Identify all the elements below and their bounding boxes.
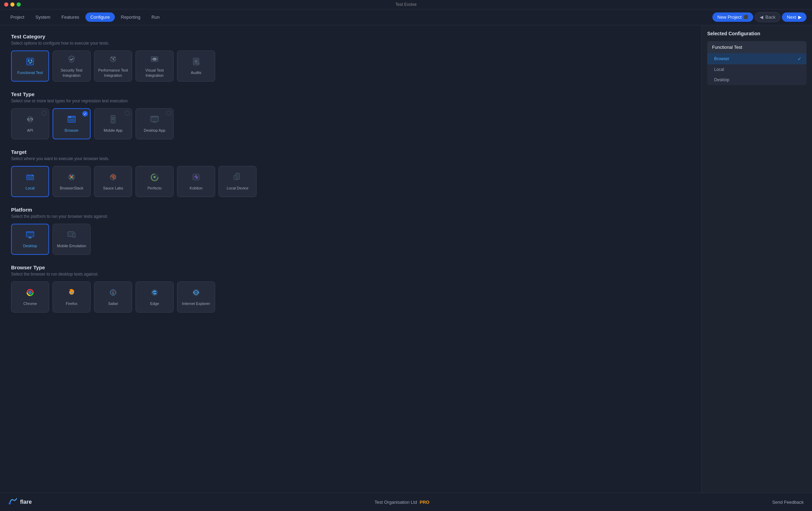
kobiton-label: Kobiton xyxy=(188,186,204,191)
minimize-dot[interactable] xyxy=(10,2,15,7)
functional-label: Functional Test xyxy=(16,70,44,75)
card-mobile-app[interactable]: Mobile App xyxy=(94,108,132,139)
card-browser[interactable]: ✓ Browser xyxy=(53,108,91,139)
safari-icon xyxy=(108,288,118,298)
svg-rect-38 xyxy=(234,175,237,180)
close-dot[interactable] xyxy=(4,2,8,7)
platform-section: Platform Select the platform to run your… xyxy=(11,207,690,255)
ie-icon xyxy=(191,288,201,298)
test-type-title: Test Type xyxy=(11,91,690,97)
config-desktop-label: Desktop xyxy=(714,77,729,82)
svg-point-2 xyxy=(31,59,32,61)
audits-label: Audits xyxy=(190,70,203,75)
card-desktop-app[interactable]: Desktop App xyxy=(136,108,174,139)
card-safari[interactable]: Safari xyxy=(94,281,132,313)
next-button[interactable]: Next ▶ xyxy=(782,12,806,22)
edge-label: Edge xyxy=(149,301,160,306)
card-firefox[interactable]: Firefox xyxy=(53,281,91,313)
svg-rect-20 xyxy=(151,116,158,118)
back-label: Back xyxy=(765,15,775,20)
browser-check: ✓ xyxy=(82,111,88,117)
browser-type-section: Browser Type Select the browser to run d… xyxy=(11,264,690,313)
mobile-radio xyxy=(125,111,130,115)
api-label: API xyxy=(26,128,35,133)
browserstack-icon xyxy=(67,172,76,183)
sauce-labs-label: Sauce Labs xyxy=(102,186,124,191)
next-arrow-icon: ▶ xyxy=(798,15,802,20)
config-sub-local[interactable]: Local xyxy=(707,64,806,75)
config-sub-desktop[interactable]: Desktop xyxy=(707,75,806,85)
back-arrow-icon: ◀ xyxy=(760,15,763,20)
org-name: Test Organisation Ltd xyxy=(375,500,417,505)
target-section: Target Select where you want to execute … xyxy=(11,149,690,197)
functional-icon xyxy=(25,57,35,67)
card-performance[interactable]: Performance Test Integration xyxy=(94,50,132,82)
browser-type-cards: Chrome Firefox xyxy=(11,281,690,313)
svg-point-39 xyxy=(237,178,238,179)
edge-icon xyxy=(150,288,159,298)
back-button[interactable]: ◀ Back xyxy=(755,12,781,22)
card-functional[interactable]: Functional Test xyxy=(11,50,49,82)
card-local-device[interactable]: Local Device xyxy=(219,166,257,197)
content-area: Test Category Select options to configur… xyxy=(0,25,701,493)
security-label: Security Test Integration xyxy=(53,68,90,78)
svg-point-14 xyxy=(70,117,71,118)
maximize-dot[interactable] xyxy=(17,2,21,7)
test-type-cards: API ✓ Browser xyxy=(11,108,690,139)
test-type-desc: Select one or more test types for your r… xyxy=(11,99,690,103)
svg-rect-18 xyxy=(112,117,114,120)
card-ie[interactable]: Internet Explorer xyxy=(177,281,215,313)
test-category-section: Test Category Select options to configur… xyxy=(11,34,690,82)
performance-icon xyxy=(108,54,118,65)
config-sub-browser[interactable]: Browser ✓ xyxy=(707,53,806,64)
card-security[interactable]: Security Test Integration xyxy=(53,50,91,82)
mobile-icon xyxy=(108,114,118,125)
browserstack-label: BrowserStack xyxy=(58,186,85,191)
svg-rect-15 xyxy=(69,119,74,121)
card-audits[interactable]: Audits xyxy=(177,50,215,82)
new-project-button[interactable]: New Project ⬛ xyxy=(712,12,753,22)
card-browserstack[interactable]: BrowserStack xyxy=(53,166,91,197)
nav-features[interactable]: Features xyxy=(57,12,84,22)
nav-project[interactable]: Project xyxy=(6,12,29,22)
card-api[interactable]: API xyxy=(11,108,49,139)
chrome-icon xyxy=(25,288,35,298)
card-perfecto[interactable]: Perfecto xyxy=(136,166,174,197)
footer-pro-badge: PRO xyxy=(420,500,430,505)
card-edge[interactable]: Edge xyxy=(136,281,174,313)
next-label: Next xyxy=(787,15,796,20)
browser-type-title: Browser Type xyxy=(11,264,690,270)
nav-reporting[interactable]: Reporting xyxy=(116,12,145,22)
svg-point-44 xyxy=(74,236,74,237)
local-device-icon xyxy=(233,172,242,183)
card-mobile-emulation[interactable]: Mobile Emulation xyxy=(53,224,91,255)
card-chrome[interactable]: Chrome xyxy=(11,281,49,313)
nav-system[interactable]: System xyxy=(30,12,55,22)
svg-point-7 xyxy=(154,59,155,59)
footer: flare Test Organisation Ltd PRO Send Fee… xyxy=(0,493,812,511)
app-title: Test Evolve xyxy=(395,2,416,7)
mobile-emulation-label: Mobile Emulation xyxy=(56,243,87,248)
ie-label: Internet Explorer xyxy=(181,301,211,306)
visual-label: Visual Test Integration xyxy=(136,68,173,78)
local-label: Local xyxy=(24,186,36,191)
card-kobiton[interactable]: Kobiton xyxy=(177,166,215,197)
nav-configure[interactable]: Configure xyxy=(85,12,114,22)
target-cards: Local Brow xyxy=(11,166,690,197)
test-type-section: Test Type Select one or more test types … xyxy=(11,91,690,139)
feedback-button[interactable]: Send Feedback xyxy=(772,500,804,505)
titlebar: Test Evolve xyxy=(0,0,812,9)
card-sauce-labs[interactable]: Sauce Labs xyxy=(94,166,132,197)
chrome-label: Chrome xyxy=(22,301,38,306)
nav-run[interactable]: Run xyxy=(147,12,165,22)
footer-org: Test Organisation Ltd PRO xyxy=(375,500,430,505)
card-local[interactable]: Local xyxy=(11,166,49,197)
local-device-label: Local Device xyxy=(225,186,250,191)
card-visual[interactable]: Visual Test Integration xyxy=(136,50,174,82)
config-local-label: Local xyxy=(714,67,724,72)
platform-cards: Desktop Mobile Emulation xyxy=(11,224,690,255)
config-category-header[interactable]: Functional Test xyxy=(707,41,806,53)
card-desktop[interactable]: Desktop xyxy=(11,224,49,255)
perfecto-icon xyxy=(150,172,159,183)
security-icon xyxy=(67,54,76,65)
